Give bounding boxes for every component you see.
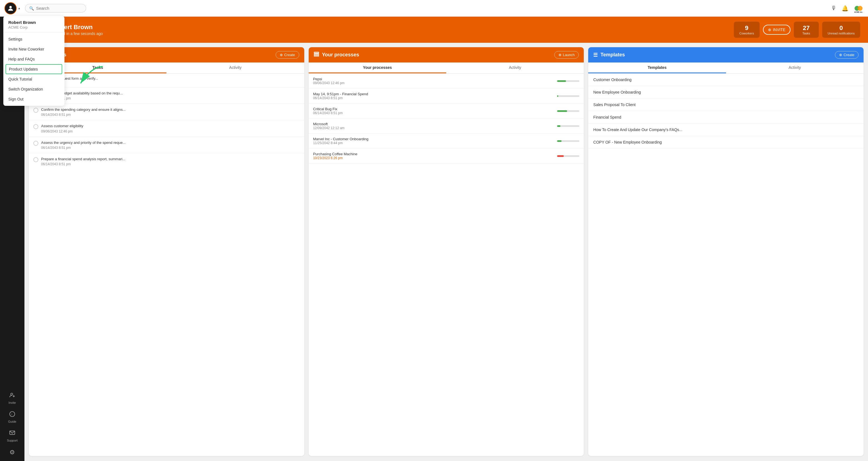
sidebar-item-invite[interactable]: Invite (1, 389, 23, 407)
tasks-create-button[interactable]: ⊕ Create (276, 51, 299, 59)
list-item[interactable]: Financial Spend (588, 111, 864, 124)
templates-title: ☰ Templates (593, 52, 625, 58)
tab-processes[interactable]: Your processes (309, 63, 446, 73)
tasks-header: ☑ Your tasks ⊕ Create (29, 47, 304, 63)
svg-rect-17 (314, 55, 319, 56)
dropdown-help[interactable]: Help and FAQs (3, 54, 64, 64)
task-radio[interactable] (33, 141, 38, 146)
sidebar-item-guide[interactable]: i Guide (1, 408, 23, 426)
task-info: Assess customer eligibility 09/06/2043 1… (41, 124, 83, 133)
invite-icon (9, 392, 15, 400)
banner-stat-notifications: 0 Unread notifications (822, 22, 860, 38)
list-item[interactable]: How To Create And Update Our Company's F… (588, 124, 864, 136)
task-radio[interactable] (33, 157, 38, 162)
notifications-num: 0 (828, 25, 855, 32)
tab-templates-activity[interactable]: Activity (726, 63, 864, 73)
tab-tasks-activity[interactable]: Activity (166, 63, 304, 73)
processes-launch-button[interactable]: ⊕ Launch (554, 51, 579, 59)
tasks-tabs: Tasks Activity (29, 63, 304, 74)
process-progress (557, 155, 579, 157)
process-date: 09/06/2043 12:46 pm (313, 81, 344, 85)
search-box[interactable]: 🔍 (25, 4, 86, 12)
table-row: Microsoft 12/09/2042 12:12 am (309, 119, 584, 134)
svg-rect-15 (314, 52, 319, 53)
process-info: Purchasing Coffee Machine 10/23/2023 6:2… (313, 152, 357, 160)
dropdown-product-updates[interactable]: Product Updates (5, 64, 62, 74)
process-info: May 14, 9:51pm - Financial Spend 06/14/2… (313, 92, 368, 100)
table-row: Prepare a financial spend analysis repor… (29, 153, 304, 169)
table-row: Purchasing Coffee Machine 10/23/2023 6:2… (309, 149, 584, 164)
process-progress (557, 125, 579, 127)
templates-tabs: Templates Activity (588, 63, 864, 74)
user-dropdown: Robert Brown ACME Corp Settings Invite N… (3, 16, 64, 106)
table-row: Assess customer eligibility 09/06/2043 1… (29, 120, 304, 137)
list-item[interactable]: New Employee Onboarding (588, 86, 864, 99)
process-date: 12/09/2042 12:12 am (313, 126, 344, 130)
search-input[interactable] (36, 6, 81, 10)
tab-templates[interactable]: Templates (588, 63, 726, 73)
templates-create-button[interactable]: ⊕ Create (835, 51, 859, 59)
bell-icon[interactable]: 🔔 (842, 5, 848, 12)
search-icon: 🔍 (29, 6, 34, 10)
process-name: Purchasing Coffee Machine (313, 152, 357, 156)
process-date: 06/14/2043 8:51 pm (313, 96, 368, 100)
list-item[interactable]: Sales Proposal To Client (588, 99, 864, 111)
task-text: Confirm the spending category and ensure… (41, 107, 126, 112)
sidebar-item-extra[interactable]: ⚙ (1, 446, 23, 459)
acme-logo: ACME inc. (854, 3, 864, 13)
svg-point-11 (10, 411, 15, 417)
avatar-chevron[interactable]: ▲ (18, 7, 21, 10)
user-avatar[interactable] (4, 2, 17, 14)
tasks-create-label: Create (284, 53, 295, 57)
dropdown-org: ACME Corp (8, 25, 59, 29)
process-progress (557, 110, 579, 112)
table-row: Critical Bug Fix 06/14/2043 8:51 pm (309, 104, 584, 119)
invite-label: INVITE (773, 28, 785, 32)
invite-button[interactable]: ⊕ INVITE (763, 25, 790, 35)
list-item[interactable]: COPY OF - New Employee Onboarding (588, 136, 864, 149)
dropdown-header: Robert Brown ACME Corp (3, 16, 64, 32)
task-radio[interactable] (33, 108, 38, 113)
mic-icon[interactable]: 🎙 (831, 5, 837, 11)
process-name: Microsoft (313, 122, 344, 126)
task-radio[interactable] (33, 124, 38, 129)
banner-stats: 9 Coworkers ⊕ INVITE 27 Tasks 0 Unread n… (734, 22, 860, 38)
table-row: Assess the urgency and priority of the s… (29, 137, 304, 153)
task-item-partial: financial spend request form and verify.… (29, 74, 304, 88)
guide-icon: i (9, 411, 15, 419)
task-date: 09/06/2043 12:46 pm (41, 129, 83, 133)
sidebar-guide-label: Guide (8, 420, 16, 423)
sidebar-item-support[interactable]: Support (1, 427, 23, 445)
dropdown-settings[interactable]: Settings (3, 34, 64, 44)
table-row: May 14, 9:51pm - Financial Spend 06/14/2… (309, 89, 584, 104)
main-content: Robert Brown Logged in a few seconds ago… (25, 17, 868, 461)
tasks-column: ☑ Your tasks ⊕ Create Tasks Activity fin… (29, 47, 304, 456)
templates-create-label: Create (843, 53, 855, 57)
coworkers-num: 9 (739, 25, 754, 32)
templates-header-label: Templates (600, 52, 625, 58)
svg-rect-16 (314, 54, 319, 55)
coworkers-label: Coworkers (739, 32, 754, 35)
processes-header: Your processes ⊕ Launch (309, 47, 584, 63)
svg-point-8 (11, 393, 13, 395)
tasks-label: Tasks (799, 32, 813, 35)
partial-task-text: financial spend request form and verify.… (33, 76, 300, 80)
dropdown-invite[interactable]: Invite New Coworker (3, 44, 64, 54)
processes-header-label: Your processes (322, 52, 359, 58)
topbar: ▲ 🔍 🎙 🔔 ACME inc. (0, 0, 868, 17)
templates-create-icon: ⊕ (839, 53, 842, 57)
task-date: 06/14/2043 8:51 pm (41, 146, 126, 150)
dropdown-quick-tutorial[interactable]: Quick Tutorial (3, 74, 64, 84)
list-item[interactable]: Customer Onboarding (588, 74, 864, 86)
dropdown-signout[interactable]: Sign Out (3, 94, 64, 104)
tasks-num: 27 (799, 25, 813, 32)
invite-plus-icon: ⊕ (768, 28, 771, 32)
banner: Robert Brown Logged in a few seconds ago… (25, 17, 868, 43)
process-progress (557, 95, 579, 97)
task-info: Prepare a financial spend analysis repor… (41, 157, 125, 166)
tab-processes-activity[interactable]: Activity (446, 63, 584, 73)
app-layout: ▦ Templates People (0, 17, 868, 461)
process-name: Marvel Inc - Customer Onboarding (313, 137, 368, 141)
dropdown-switch-org[interactable]: Switch Organization (3, 84, 64, 94)
process-date-overdue: 10/23/2023 6:26 pm (313, 156, 357, 160)
